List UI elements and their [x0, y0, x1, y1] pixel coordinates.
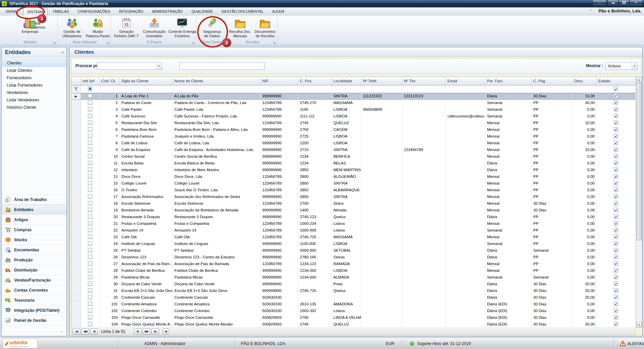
grid-row-17[interactable]: 17Associação ReformadosAssociação dos Re…: [71, 194, 636, 200]
row-select-checkbox[interactable]: [88, 174, 92, 179]
filter-cell[interactable]: [332, 86, 361, 93]
sidebar-nav-encomendas[interactable]: iEncomendas: [2, 245, 66, 255]
estado-checkbox[interactable]: [614, 134, 618, 138]
estado-checkbox[interactable]: [614, 174, 618, 179]
grid-row-16[interactable]: 16O TiroliroSnack Bar O Tiroliro, Lda.12…: [71, 187, 636, 194]
sidebar-item-historico-cliente[interactable]: Histórico Cliente: [2, 104, 66, 111]
chevron-down-icon[interactable]: ⌄: [60, 329, 63, 333]
sidebar-nav-contas-correntes[interactable]: Contas Correntes: [2, 285, 66, 295]
row-select-checkbox[interactable]: [88, 114, 92, 118]
estado-checkbox[interactable]: [614, 188, 618, 192]
estado-checkbox[interactable]: [614, 107, 618, 111]
scroll-up-icon[interactable]: ▲: [636, 77, 642, 82]
row-select-checkbox[interactable]: [88, 120, 92, 125]
grid-row-103[interactable]: 103Pingo Doce CarnaxidePingo Doce Carnax…: [71, 314, 636, 321]
row-select-checkbox[interactable]: [88, 194, 92, 199]
row-select-checkbox[interactable]: [88, 214, 92, 219]
collapse-left-icon[interactable]: «: [61, 50, 64, 55]
grid-row-31[interactable]: 31Escola EB 2+3 São João DeusEscola EB 2…: [71, 288, 636, 294]
estado-checkbox[interactable]: [614, 282, 618, 286]
row-select-checkbox[interactable]: [88, 282, 92, 286]
grid-row-3[interactable]: 3Café PastelCafé Pastel, Lda.12345678911…: [71, 106, 636, 113]
sidebar-item-listar-fornecedores[interactable]: Listar Fornecedores: [2, 82, 66, 89]
grid-row-20[interactable]: 20Restaurante 3 DuquesRestaurante 3 Duqu…: [71, 214, 636, 220]
grid-row-23[interactable]: 23Café OláCafé Olá1234567892745-725MASSA…: [71, 234, 636, 241]
minimize-button[interactable]: [608, 0, 619, 6]
filter-cell[interactable]: [446, 86, 485, 93]
resize-horizontal-icon[interactable]: ↔: [592, 0, 606, 6]
filter-cell[interactable]: [402, 86, 446, 93]
tab-gestao-documental[interactable]: GESTÃO DOCUMENTAL: [218, 8, 267, 15]
estado-checkbox[interactable]: [614, 261, 618, 266]
scroll-down-icon[interactable]: ▼: [636, 322, 642, 327]
grid-row-5[interactable]: 5Restaurante Dia SimRestaurante Dia Sim,…: [71, 120, 636, 127]
estado-checkbox[interactable]: [614, 288, 618, 293]
estado-filter-checkbox[interactable]: [614, 87, 618, 91]
estado-checkbox[interactable]: [614, 308, 618, 313]
column-header-n-tlm[interactable]: Nº Tlm: [402, 77, 446, 86]
select-all-checkbox[interactable]: [88, 87, 92, 91]
search-input[interactable]: [179, 62, 265, 70]
sidebar-nav-entidades[interactable]: Entidades: [2, 204, 66, 214]
grid-row-32[interactable]: 32Continente CascaisContinente Cascais50…: [71, 294, 636, 301]
grid-row-2[interactable]: 2Padaria do CantoPadaria do Canto - Comé…: [71, 100, 636, 106]
grid-row-13[interactable]: 13Doce DoceDoce Doce, Lda.1234567892800A…: [71, 173, 636, 180]
estado-checkbox[interactable]: [614, 154, 618, 158]
filter-cell[interactable]: [81, 86, 100, 93]
estado-checkbox[interactable]: [614, 322, 618, 326]
row-select-checkbox[interactable]: [88, 188, 92, 192]
sidebar-nav-integracao-pos-tablet[interactable]: Integração (POS/Tablet): [2, 305, 66, 315]
grid-row-9[interactable]: 9Café da EsquinaCafé da Esquina - Activi…: [71, 147, 636, 153]
row-select-checkbox[interactable]: [88, 255, 92, 259]
grid-row-24[interactable]: 24Instituto de LínguasInstituto de Língu…: [71, 241, 636, 247]
row-select-checkbox[interactable]: [88, 308, 92, 313]
row-select-checkbox[interactable]: [88, 141, 92, 145]
sidebar-nav-producao[interactable]: Produção: [2, 255, 66, 265]
estado-checkbox[interactable]: [614, 255, 618, 259]
row-select-checkbox[interactable]: [88, 147, 92, 152]
estado-checkbox[interactable]: [614, 268, 618, 272]
sidebar-nav-tesouraria[interactable]: Tesouraria: [2, 295, 66, 305]
sidebar-item-vendedores[interactable]: Vendedores: [2, 89, 66, 96]
tab-configuracoes[interactable]: CONFIGURAÇÕES: [74, 8, 114, 15]
tab-ajuda[interactable]: AJUDA: [269, 8, 288, 15]
first-row-button[interactable]: |◀: [72, 329, 80, 335]
estado-checkbox[interactable]: [614, 94, 618, 98]
prev-row-button[interactable]: ◀: [90, 329, 98, 335]
grid-row-102[interactable]: 102Continente ColomboContinente Colombo5…: [71, 308, 636, 314]
row-select-checkbox[interactable]: [88, 94, 92, 98]
dialog-launcher-icon[interactable]: [54, 41, 56, 44]
grid-row-26[interactable]: 26Desenhos 123Desenhos 123 - Centro de E…: [71, 254, 636, 261]
maximize-button[interactable]: [619, 0, 629, 6]
grid-row-104[interactable]: 104Pingo Doce Queluz Monte A...Pingo Doc…: [71, 321, 636, 328]
column-header-ind-sel[interactable]: Ind Sel: [81, 77, 100, 86]
grid-row-4[interactable]: 4Café SucessoCafé Sucesso - Fabrico Próp…: [71, 113, 636, 120]
grid-row-15[interactable]: 15Colégio LourelColégio Lourel1234567892…: [71, 180, 636, 187]
row-select-checkbox[interactable]: [88, 228, 92, 232]
row-select-checkbox[interactable]: [88, 261, 92, 266]
column-header-email[interactable]: Email: [446, 77, 485, 86]
row-select-checkbox[interactable]: [88, 268, 92, 272]
estado-checkbox[interactable]: [614, 161, 618, 165]
grid-row-25[interactable]: 25PT SetúbalPT Setúbal9999999900000-000S…: [71, 247, 636, 254]
ribbon-button-documentos-de-recolha[interactable]: Documentos de Recolha: [253, 16, 277, 40]
close-button[interactable]: ✕: [629, 0, 643, 6]
estado-checkbox[interactable]: [614, 275, 618, 279]
estado-checkbox[interactable]: [614, 248, 618, 252]
ribbon-button-recolha-doc-manuais[interactable]: Recolha Doc. Manuais: [228, 16, 253, 40]
dropdown-arrow-icon[interactable]: ▼: [632, 63, 637, 69]
sidebar-nav-distribuicao[interactable]: Distribuição: [2, 265, 66, 275]
estado-checkbox[interactable]: [614, 181, 618, 185]
estado-checkbox[interactable]: [614, 201, 618, 205]
hscroll-left-icon[interactable]: ◀: [163, 329, 168, 335]
column-header-localidade[interactable]: Localidade: [332, 77, 361, 86]
column-header-desc[interactable]: Desc.: [573, 77, 597, 86]
row-select-checkbox[interactable]: [88, 248, 92, 252]
row-select-checkbox[interactable]: [88, 241, 92, 246]
grid-row-1[interactable]: ▶1A Loja do Pão 1A Loja do Pão999999990S…: [71, 93, 636, 100]
ribbon-button-gestao-de-utilizadores[interactable]: Gestão de Utilizadores: [59, 16, 85, 40]
ribbon-button-comunicacao-inventario[interactable]: Comunicação Inventário: [140, 16, 168, 40]
vertical-scrollbar[interactable]: ▲ ▼: [636, 77, 642, 328]
ribbon-button-mudar-palavra-passe[interactable]: Mudar Palavra-Passe: [85, 16, 111, 40]
row-select-checkbox[interactable]: [88, 107, 92, 111]
